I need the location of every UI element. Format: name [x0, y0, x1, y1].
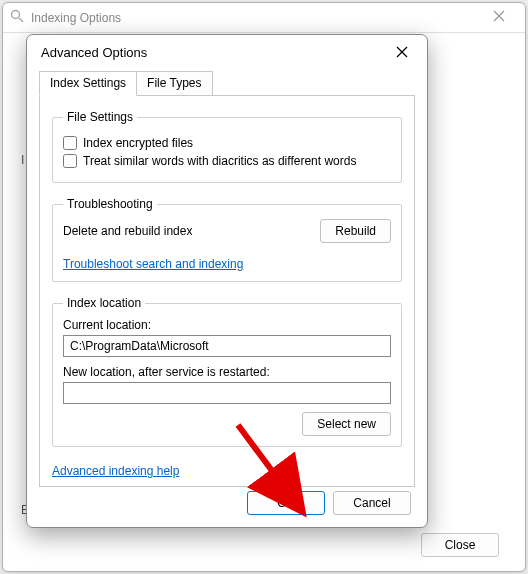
- tab-file-types[interactable]: File Types: [136, 71, 212, 96]
- parent-partial-label: I: [21, 153, 24, 167]
- tab-index-settings[interactable]: Index Settings: [39, 71, 137, 96]
- ok-button[interactable]: OK: [247, 491, 325, 515]
- parent-title: Indexing Options: [31, 11, 121, 25]
- troubleshooting-group: Troubleshooting Delete and rebuild index…: [52, 197, 402, 282]
- dialog-button-row: OK Cancel: [247, 491, 411, 515]
- tab-panel: File Settings Index encrypted files Trea…: [39, 95, 415, 487]
- file-settings-legend: File Settings: [63, 110, 137, 124]
- rebuild-button[interactable]: Rebuild: [320, 219, 391, 243]
- troubleshooting-legend: Troubleshooting: [63, 197, 157, 211]
- new-location-input[interactable]: [63, 382, 391, 404]
- current-location-input[interactable]: [63, 335, 391, 357]
- dialog-titlebar: Advanced Options: [27, 35, 427, 69]
- delete-rebuild-label: Delete and rebuild index: [63, 224, 192, 238]
- close-icon[interactable]: [387, 40, 417, 64]
- parent-titlebar: Indexing Options: [3, 3, 525, 33]
- index-location-legend: Index location: [63, 296, 145, 310]
- index-encrypted-row[interactable]: Index encrypted files: [63, 136, 391, 150]
- index-location-group: Index location Current location: New loc…: [52, 296, 402, 447]
- diacritics-checkbox[interactable]: [63, 154, 77, 168]
- cancel-button[interactable]: Cancel: [333, 491, 411, 515]
- search-options-icon: [9, 8, 25, 27]
- svg-line-1: [19, 18, 23, 22]
- current-location-label: Current location:: [63, 318, 391, 332]
- advanced-help-link[interactable]: Advanced indexing help: [52, 464, 179, 478]
- parent-close-icon[interactable]: [479, 10, 519, 25]
- index-encrypted-label: Index encrypted files: [83, 136, 193, 150]
- new-location-label: New location, after service is restarted…: [63, 365, 391, 379]
- advanced-options-dialog: Advanced Options Index Settings File Typ…: [26, 34, 428, 528]
- select-new-button[interactable]: Select new: [302, 412, 391, 436]
- troubleshoot-link[interactable]: Troubleshoot search and indexing: [63, 257, 243, 271]
- index-encrypted-checkbox[interactable]: [63, 136, 77, 150]
- svg-point-0: [12, 11, 20, 19]
- diacritics-label: Treat similar words with diacritics as d…: [83, 154, 356, 168]
- diacritics-row[interactable]: Treat similar words with diacritics as d…: [63, 154, 391, 168]
- file-settings-group: File Settings Index encrypted files Trea…: [52, 110, 402, 183]
- tab-strip: Index Settings File Types: [27, 71, 427, 96]
- parent-close-button[interactable]: Close: [421, 533, 499, 557]
- dialog-title: Advanced Options: [41, 45, 147, 60]
